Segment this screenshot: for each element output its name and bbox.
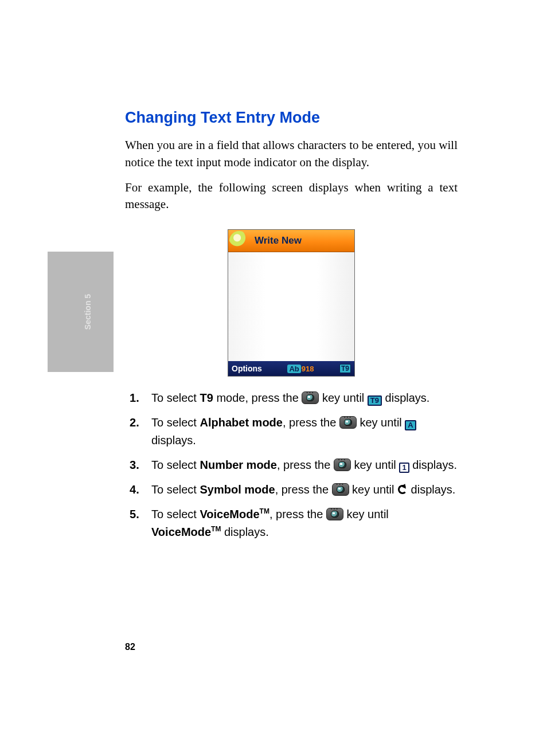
step-1: To select T9 mode, press the ••• key unt… <box>125 389 458 407</box>
phone-title: Write New <box>255 235 302 246</box>
step-2: To select Alphabet mode, press the ••• k… <box>125 414 458 449</box>
t9-indicator: T9 <box>339 364 351 373</box>
input-mode-indicator: Ab918 <box>287 365 314 373</box>
key-icon: ••• <box>334 459 351 471</box>
section-tab: Section 5 <box>48 252 114 372</box>
section-heading: Changing Text Entry Mode <box>125 109 458 127</box>
step-4: To select Symbol mode, press the ••• key… <box>125 481 458 499</box>
phone-titlebar: Write New <box>228 230 354 252</box>
phone-screen: Write New Options Ab918 T9 <box>228 229 355 377</box>
options-softkey: Options <box>232 364 262 373</box>
paragraph-2: For example, the following screen displa… <box>125 179 458 214</box>
key-icon: ••• <box>302 391 319 404</box>
page-content: Changing Text Entry Mode When you are in… <box>125 109 458 548</box>
phone-softkey-bar: Options Ab918 T9 <box>228 361 354 376</box>
instruction-list: To select T9 mode, press the ••• key unt… <box>125 389 458 541</box>
key-icon: ••• <box>332 483 349 496</box>
char-count: 918 <box>302 365 314 373</box>
key-icon: ••• <box>339 416 357 429</box>
phone-text-area <box>228 252 354 361</box>
message-icon <box>229 231 249 250</box>
number-mode-icon: 1 <box>399 463 409 473</box>
t9-mode-icon: T9 <box>368 395 382 406</box>
page-number: 82 <box>125 642 135 652</box>
symbol-mode-icon <box>397 484 408 495</box>
ab-indicator: Ab <box>287 365 300 373</box>
alphabet-mode-icon: A <box>405 420 416 430</box>
section-tab-label: Section 5 <box>83 294 92 330</box>
phone-screenshot: Write New Options Ab918 T9 <box>125 229 458 377</box>
paragraph-1: When you are in a field that allows char… <box>125 137 458 171</box>
step-3: To select Number mode, press the ••• key… <box>125 456 458 474</box>
key-icon: ••• <box>326 508 343 520</box>
step-5: To select VoiceModeTM, press the ••• key… <box>125 506 458 541</box>
